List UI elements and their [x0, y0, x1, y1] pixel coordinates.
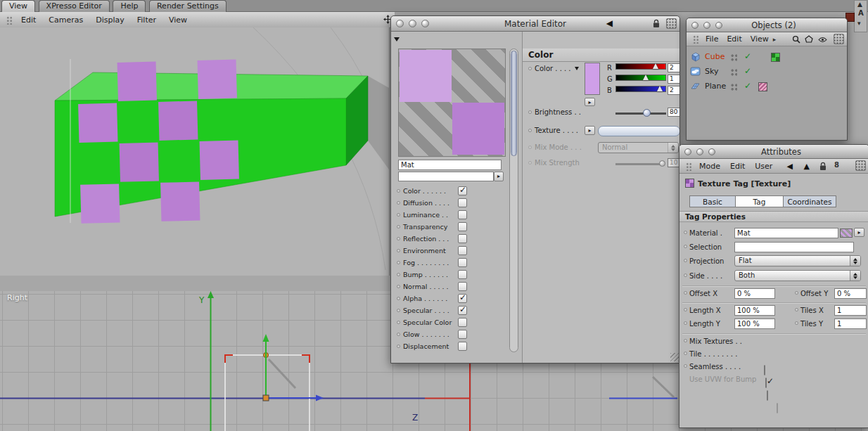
- brightness-value-field[interactable]: 80: [668, 108, 680, 117]
- drag-handle-icon[interactable]: [685, 162, 691, 171]
- color-swatch[interactable]: [585, 63, 600, 95]
- selection-value-field[interactable]: [734, 242, 854, 252]
- visibility-dots-icon[interactable]: [730, 68, 737, 76]
- material-name-input[interactable]: Mat: [398, 160, 502, 170]
- tile-checkbox[interactable]: [765, 378, 767, 388]
- offset-x-field[interactable]: 0 %: [734, 288, 775, 299]
- window-close-button[interactable]: [691, 22, 698, 29]
- attributes-titlebar[interactable]: Attributes: [679, 145, 868, 159]
- channel-checkbox-diffusion[interactable]: [458, 198, 467, 207]
- channel-checkbox-fog[interactable]: [458, 258, 467, 267]
- objects-menu-view[interactable]: View: [746, 34, 773, 44]
- y-axis-handle-arrowhead[interactable]: [263, 334, 269, 342]
- menu-filter-top[interactable]: Filter: [131, 15, 162, 25]
- material-preview[interactable]: [398, 49, 506, 157]
- search-icon[interactable]: [792, 35, 800, 46]
- channel-label-normal[interactable]: Normal . . . . .: [403, 283, 455, 290]
- enabled-check-icon[interactable]: ✓: [744, 66, 751, 76]
- attributes-menu-mode[interactable]: Mode: [694, 162, 725, 171]
- material-flyout-icon[interactable]: ▸: [854, 228, 864, 237]
- channel-label-alpha[interactable]: Alpha . . . . . .: [403, 295, 455, 302]
- channel-label-luminance[interactable]: Luminance . .: [403, 211, 455, 219]
- material-editor-titlebar[interactable]: Material Editor ◀: [391, 16, 679, 32]
- attributes-menu-edit[interactable]: Edit: [725, 162, 750, 171]
- channel-label-color[interactable]: Color . . . . . .: [403, 187, 455, 195]
- channel-checkbox-environment[interactable]: [458, 246, 467, 255]
- objects-titlebar[interactable]: Objects (2): [687, 18, 847, 32]
- slider-marker[interactable]: [653, 63, 658, 69]
- history-back-icon[interactable]: ◀: [606, 18, 613, 28]
- resize-grip[interactable]: [670, 353, 679, 361]
- channel-label-diffusion[interactable]: Diffusion . . . .: [403, 199, 455, 207]
- menu-edit-top[interactable]: Edit: [15, 15, 42, 25]
- channel-checkbox-specular-color[interactable]: [458, 318, 467, 327]
- seamless-checkbox[interactable]: [767, 390, 768, 401]
- workspace-tab-help[interactable]: Help: [113, 0, 146, 12]
- layer-browser-icon[interactable]: [834, 34, 844, 44]
- channel-checkbox-normal[interactable]: [458, 282, 467, 291]
- channel-checkbox-specular[interactable]: [458, 306, 467, 315]
- offset-y-field[interactable]: 0 %: [834, 288, 867, 299]
- material-thumbnail[interactable]: [840, 229, 853, 238]
- object-row-sky[interactable]: Sky ✓: [687, 65, 847, 79]
- workspace-tab-view[interactable]: View: [1, 0, 35, 12]
- collapse-triangle-icon[interactable]: [575, 67, 579, 70]
- window-close-button[interactable]: [684, 148, 691, 155]
- scroll-down-icon[interactable]: ▾: [857, 20, 861, 27]
- channel-label-specular-color[interactable]: Specular Color: [403, 319, 455, 326]
- preview-options-icon[interactable]: [394, 37, 400, 41]
- perspective-viewport[interactable]: [0, 27, 390, 276]
- channel-checkbox-luminance[interactable]: [458, 210, 467, 219]
- g-slider[interactable]: [615, 75, 666, 81]
- channel-label-displacement[interactable]: Displacement: [403, 342, 455, 350]
- channel-label-reflection[interactable]: Reflection . . .: [403, 235, 455, 243]
- scroll-up-icon[interactable]: ▲: [857, 1, 862, 8]
- r-slider[interactable]: [615, 63, 666, 70]
- texture-tag-icon-mat[interactable]: [758, 82, 767, 91]
- object-row-plane[interactable]: Plane ✓: [687, 79, 847, 94]
- sky-object-icon[interactable]: [690, 66, 701, 79]
- channel-label-glow[interactable]: Glow . . . . . . .: [403, 330, 455, 338]
- workspace-tab-xpresso[interactable]: XPresso Editor: [39, 0, 110, 12]
- flyout-arrow-icon[interactable]: ▸: [773, 36, 777, 43]
- color-options-flyout-icon[interactable]: ▸: [585, 98, 595, 106]
- texture-path-field[interactable]: [598, 126, 680, 136]
- visibility-dots-icon[interactable]: [730, 53, 737, 61]
- attributes-menu-user[interactable]: User: [750, 162, 777, 171]
- objects-menu-edit[interactable]: Edit: [722, 34, 746, 44]
- window-zoom-button[interactable]: [421, 20, 429, 27]
- window-shade-icon[interactable]: [666, 18, 677, 29]
- material-reference-field[interactable]: [398, 172, 494, 181]
- tiles-y-field[interactable]: 1: [834, 319, 867, 329]
- b-slider[interactable]: [615, 86, 666, 92]
- plane-object-icon[interactable]: [690, 81, 701, 94]
- material-list-scrollbar[interactable]: [509, 49, 518, 352]
- text-tool-icon[interactable]: A: [858, 9, 864, 17]
- tiles-x-field[interactable]: 1: [834, 305, 867, 316]
- objects-menu-file[interactable]: File: [701, 34, 722, 44]
- new-panel-icon[interactable]: [855, 160, 866, 171]
- channel-label-fog[interactable]: Fog . . . . . . . .: [403, 259, 455, 266]
- window-minimize-button[interactable]: [409, 20, 416, 27]
- menu-view-top[interactable]: View: [162, 15, 193, 25]
- material-value-field[interactable]: Mat: [734, 228, 838, 238]
- compare-state-icon[interactable]: 8: [834, 161, 839, 169]
- dropdown-arrows-icon[interactable]: [850, 256, 860, 266]
- eye-icon[interactable]: [818, 36, 827, 45]
- channel-checkbox-transparency[interactable]: [458, 222, 467, 231]
- brightness-slider-track[interactable]: [615, 112, 666, 115]
- channel-checkbox-alpha[interactable]: [458, 294, 467, 303]
- object-name[interactable]: Sky: [705, 67, 718, 76]
- b-value-field[interactable]: 2: [668, 86, 680, 95]
- drag-handle-icon[interactable]: [6, 15, 12, 25]
- z-axis-handle-arrowhead[interactable]: [316, 395, 324, 401]
- tab-tag[interactable]: Tag: [735, 195, 784, 207]
- channel-label-bump[interactable]: Bump . . . . . .: [403, 271, 455, 278]
- channel-checkbox-reflection[interactable]: [458, 234, 467, 243]
- cube-object-icon[interactable]: [690, 51, 701, 64]
- length-y-field[interactable]: 100 %: [734, 319, 775, 329]
- lock-icon[interactable]: [819, 162, 826, 173]
- tab-coordinates[interactable]: Coordinates: [783, 195, 836, 207]
- texture-tag-icon-green[interactable]: [771, 53, 780, 62]
- channel-checkbox-bump[interactable]: [458, 270, 467, 279]
